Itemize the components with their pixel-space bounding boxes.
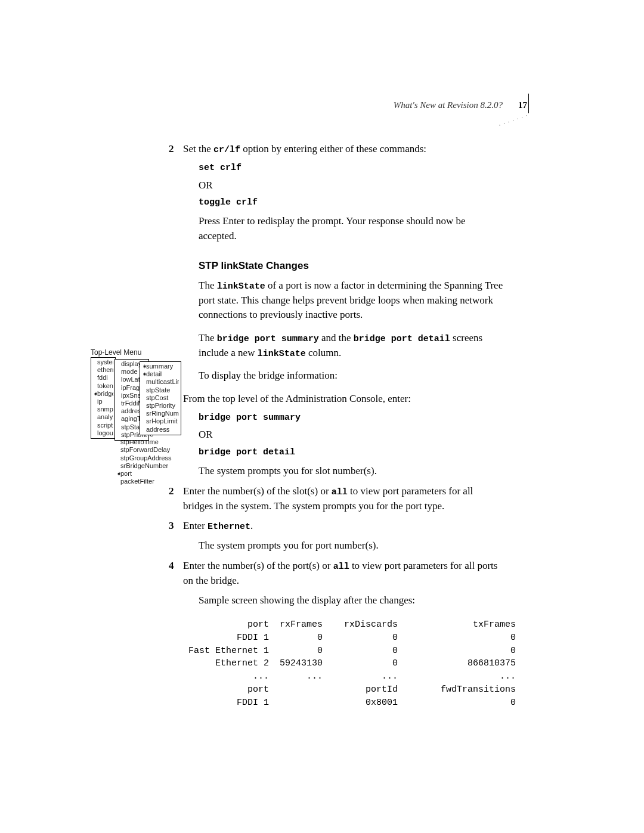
step-2-text-after: option by entering either of these comma… — [240, 143, 426, 154]
menu-item: ➧bridge — [93, 390, 113, 398]
menu-item: ➧detail — [142, 370, 179, 378]
menu-item: srHopLimit — [142, 417, 179, 425]
menu-col-1: systemethernetfdditokenring➧bridgeipsnmp… — [91, 357, 116, 439]
cmd-set-crlf: set crlf — [199, 162, 505, 175]
proc-step-1: 1 From the top level of the Administrati… — [183, 392, 505, 407]
header-dots-decoration: · · · · · · · — [498, 111, 530, 129]
section-p2: The bridge port summary and the bridge p… — [199, 331, 505, 361]
s3-after: The system prompts you for port number(s… — [199, 538, 505, 553]
menu-col-3: ➧summary➧detailmulticastLimitstpStatestp… — [140, 361, 181, 435]
step-2-followup: Press Enter to redisplay the prompt. You… — [199, 214, 505, 243]
proc-step-3: 3 Enter Ethernet. — [183, 519, 505, 534]
p2-b: and the — [319, 332, 354, 343]
code-all-1: all — [332, 487, 348, 497]
menu-diagram: Top-Level Menu systemethernetfdditokenri… — [91, 348, 141, 358]
menu-item: stpGroupAddress — [116, 454, 173, 462]
step-number: 2 — [169, 142, 174, 157]
s1-after: The system prompts you for slot number(s… — [199, 464, 505, 479]
sample-screen-output: port rxFrames rxDiscards txFrames FDDI 1… — [183, 618, 505, 709]
step-2-text-before: Set the — [183, 143, 213, 154]
cmd-toggle-crlf: toggle crlf — [199, 196, 505, 209]
code-linkstate: linkState — [217, 281, 265, 292]
menu-item: stpForwardDelay — [116, 446, 173, 454]
sample-intro: Sample screen showing the display after … — [199, 593, 505, 608]
p1-a: The — [199, 280, 217, 291]
menu-item: srBridgeNumber — [116, 462, 173, 470]
s2-a: Enter the number(s) of the slot(s) or — [183, 485, 332, 497]
menu-item: stpState — [142, 386, 179, 394]
menu-item: system — [93, 358, 113, 366]
p2-a: The — [199, 332, 217, 343]
section-heading: STP linkState Changes — [199, 259, 505, 274]
p2-d: column. — [306, 347, 342, 358]
cmd-bpd: bridge port detail — [199, 446, 505, 459]
menu-item: ip — [93, 398, 113, 405]
menu-item: analyzer — [93, 413, 113, 421]
menu-item: ➧summary — [142, 363, 179, 370]
s3-a: Enter — [183, 520, 208, 531]
or-label: OR — [199, 428, 505, 442]
proc-step-2: 2 Enter the number(s) of the slot(s) or … — [183, 484, 505, 513]
menu-item: snmp — [93, 405, 113, 413]
code-crlf: cr/lf — [213, 145, 240, 155]
code-all-2: all — [333, 562, 349, 572]
code-bpd: bridge port detail — [354, 334, 450, 344]
menu-title: Top-Level Menu — [91, 348, 141, 357]
code-ethernet: Ethernet — [208, 522, 250, 532]
or-label: OR — [199, 178, 505, 193]
section-p1: The linkState of a port is now a factor … — [199, 278, 505, 323]
menu-item: ethernet — [93, 366, 113, 374]
menu-item: tokenring — [93, 382, 113, 390]
running-header: What's New at Revision 8.2.0? — [394, 99, 503, 112]
menu-item: logout — [93, 429, 113, 437]
cmd-bps: bridge port summary — [199, 411, 505, 425]
menu-item: fddi — [93, 374, 113, 382]
code-bps: bridge port summary — [217, 334, 319, 344]
menu-item: srRingNumber — [142, 410, 179, 417]
menu-item: ➧port — [116, 470, 173, 478]
proc-step-4: 4 Enter the number(s) of the port(s) or … — [183, 559, 505, 588]
step-number: 2 — [169, 484, 174, 499]
menu-item: script — [93, 422, 113, 429]
step-2: 2 Set the cr/lf option by entering eithe… — [183, 142, 505, 157]
page-number: 17 — [518, 99, 527, 112]
menu-item: multicastLimit — [142, 378, 179, 386]
s4-a: Enter the number(s) of the port(s) or — [183, 560, 333, 571]
header-title: What's New at Revision 8.2.0? — [394, 100, 503, 110]
header-rule — [528, 94, 529, 113]
menu-item: stpCost — [142, 394, 179, 402]
step-number: 4 — [169, 559, 174, 574]
s1-text: From the top level of the Administration… — [183, 393, 411, 404]
main-content: 2 Set the cr/lf option by entering eithe… — [183, 142, 505, 709]
step-number: 3 — [169, 519, 174, 534]
intro-line: To display the bridge information: — [199, 368, 505, 383]
menu-item: stpPriority — [142, 402, 179, 410]
code-linkstate2: linkState — [258, 349, 306, 359]
menu-item: address — [142, 426, 179, 433]
s3-b: . — [250, 520, 253, 531]
menu-item: packetFilter — [116, 478, 173, 485]
